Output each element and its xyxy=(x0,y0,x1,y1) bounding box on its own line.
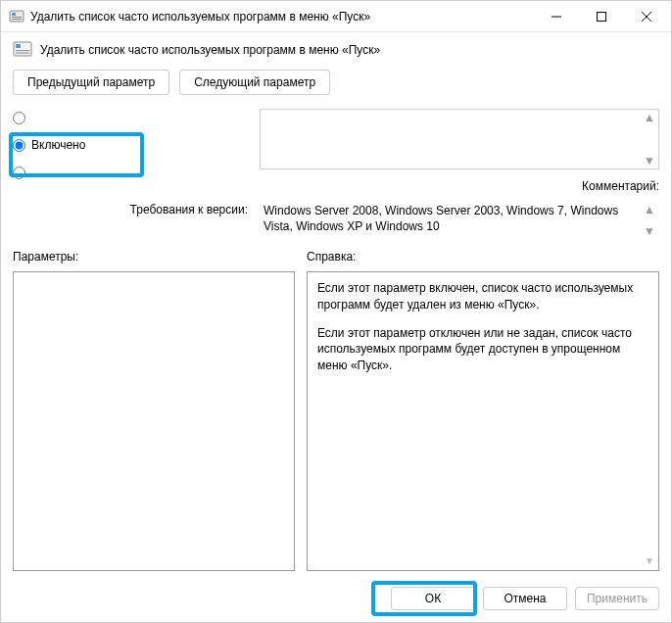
header-title: Удалить список часто используемых програ… xyxy=(40,43,380,57)
help-paragraph-1: Если этот параметр включен, список часто… xyxy=(317,280,637,313)
svg-rect-1 xyxy=(12,13,16,16)
next-setting-button[interactable]: Следующий параметр xyxy=(179,70,330,95)
policy-icon xyxy=(9,9,24,24)
radio-enabled-label: Включено xyxy=(31,138,85,152)
svg-rect-0 xyxy=(10,11,24,22)
window-controls xyxy=(534,1,669,31)
radio-enabled[interactable]: Включено xyxy=(13,138,248,152)
dialog-window: Удалить список часто используемых програ… xyxy=(0,0,672,623)
ok-button[interactable]: ОК xyxy=(391,587,475,610)
requirements-label: Требования к версии: xyxy=(13,201,248,216)
svg-rect-5 xyxy=(598,12,606,21)
svg-rect-11 xyxy=(16,53,29,54)
policy-header-icon xyxy=(13,40,32,60)
radio-not-configured-label: Не задано xyxy=(31,111,88,124)
nav-row: Предыдущий параметр Следующий параметр xyxy=(1,64,671,105)
comment-box: ▲▼ xyxy=(260,109,659,169)
radio-not-configured[interactable]: Не задано xyxy=(13,111,248,124)
cancel-button[interactable]: Отмена xyxy=(483,587,567,610)
section-labels: Параметры: Справка: xyxy=(1,248,671,267)
parameters-panel xyxy=(13,271,295,571)
radio-disabled-label: Отключено xyxy=(31,166,92,179)
requirements-text: Windows Server 2008, Windows Server 2003… xyxy=(260,201,659,236)
help-label: Справка: xyxy=(307,250,659,264)
close-button[interactable] xyxy=(624,1,669,31)
state-radio-group: Не задано Включено Отключено xyxy=(13,109,248,193)
svg-rect-10 xyxy=(16,50,29,51)
help-panel: Если этот параметр включен, список часто… xyxy=(307,271,659,571)
titlebar: Удалить список часто используемых програ… xyxy=(1,1,671,32)
svg-rect-3 xyxy=(12,19,22,20)
comment-label: Комментарий: xyxy=(260,177,659,193)
minimize-button[interactable] xyxy=(534,1,579,31)
panels: Если этот параметр включен, список часто… xyxy=(1,267,671,579)
radio-disabled[interactable]: Отключено xyxy=(13,166,248,179)
maximize-button[interactable] xyxy=(579,1,624,31)
previous-setting-button[interactable]: Предыдущий параметр xyxy=(13,70,169,95)
svg-rect-9 xyxy=(16,44,21,48)
help-scroll-icon: ▼ xyxy=(642,553,657,569)
help-paragraph-2: Если этот параметр отключен или не задан… xyxy=(317,325,637,374)
config-area: Не задано Включено Отключено Комментарий… xyxy=(1,105,671,248)
header: Удалить список часто используемых програ… xyxy=(1,32,671,64)
comment-textarea[interactable] xyxy=(260,109,659,169)
parameters-label: Параметры: xyxy=(13,250,307,264)
requirements-box: Windows Server 2008, Windows Server 2003… xyxy=(260,201,659,240)
svg-rect-2 xyxy=(12,17,22,18)
window-title: Удалить список часто используемых програ… xyxy=(30,10,534,24)
apply-button[interactable]: Применить xyxy=(575,587,659,610)
footer: ОК Отмена Применить xyxy=(1,579,671,622)
